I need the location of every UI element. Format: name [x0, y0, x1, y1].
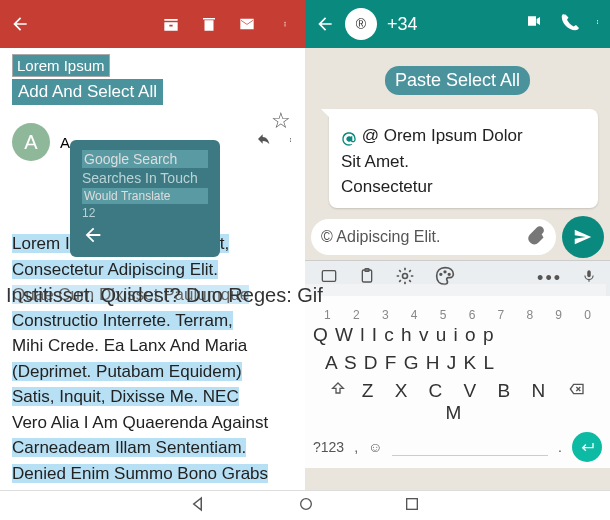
- at-icon: [341, 129, 357, 145]
- svg-point-4: [290, 139, 291, 140]
- phone-icon[interactable]: [561, 13, 579, 35]
- message-bubble: @ Orem Ipsum Dolor Sit Amet. Consectetur: [329, 109, 598, 208]
- svg-point-8: [597, 23, 598, 24]
- star-icon[interactable]: ☆: [271, 108, 291, 134]
- mail-icon[interactable]: [237, 14, 257, 34]
- more-icon[interactable]: [275, 14, 295, 34]
- send-button[interactable]: [562, 216, 604, 258]
- popup-line[interactable]: Searches In Touch: [82, 170, 208, 186]
- svg-point-12: [403, 273, 408, 278]
- enter-key[interactable]: [572, 432, 602, 462]
- trash-icon[interactable]: [199, 14, 219, 34]
- keyboard[interactable]: 1234567890 Q W l I c h v u i o p A S D F…: [305, 296, 610, 468]
- tooltip-add-select[interactable]: Add And Select All: [12, 79, 163, 105]
- paste-tooltip[interactable]: Paste Select All: [385, 66, 530, 95]
- whatsapp-panel: ® +34 Paste Select All @ Orem Ipsum Dolo…: [305, 0, 610, 490]
- svg-point-17: [301, 498, 312, 509]
- svg-point-0: [284, 22, 285, 23]
- message-input[interactable]: © Adipiscing Elit.: [311, 219, 556, 255]
- avatar[interactable]: A: [12, 123, 50, 161]
- svg-rect-18: [407, 498, 418, 509]
- emoji-key[interactable]: ☺: [368, 439, 382, 455]
- overlay-text: Institisset. Quidest? Duo Reges: Gif: [6, 284, 606, 307]
- attach-icon[interactable]: [526, 225, 546, 249]
- svg-point-3: [290, 138, 291, 139]
- email-body: Lorem Ipsum Dolor Sit Amet, Consectetur …: [12, 231, 293, 490]
- svg-rect-9: [322, 270, 335, 281]
- more-icon[interactable]: [595, 13, 600, 35]
- back-icon[interactable]: [10, 14, 30, 34]
- svg-point-14: [444, 271, 446, 273]
- svg-point-15: [448, 273, 450, 275]
- nav-recent-icon[interactable]: [404, 496, 420, 516]
- keyboard-row: A S D F G H J K L: [313, 352, 602, 374]
- keyboard-row: Q W l I c h v u i o p: [313, 324, 602, 346]
- symbols-key[interactable]: ?123: [313, 439, 344, 455]
- archive-icon[interactable]: [161, 14, 181, 34]
- keyboard-row: Z X C V B N M: [313, 380, 602, 424]
- back-icon[interactable]: [315, 14, 335, 34]
- reply-icon[interactable]: [254, 131, 274, 153]
- selection-popup: Google Search Searches In Touch Would Tr…: [70, 140, 220, 257]
- contact-avatar[interactable]: ®: [345, 8, 377, 40]
- more-icon[interactable]: [288, 131, 293, 153]
- gmail-panel: Lorem Ipsum Add And Select All ☆ Google …: [0, 0, 305, 490]
- svg-point-2: [284, 25, 285, 26]
- backspace-key[interactable]: [560, 380, 594, 424]
- popup-line[interactable]: Would Translate: [82, 188, 208, 204]
- contact-number[interactable]: +34: [387, 14, 513, 35]
- popup-back-icon[interactable]: [82, 224, 208, 249]
- android-navbar: [0, 490, 610, 520]
- svg-point-6: [597, 20, 598, 21]
- shift-key[interactable]: [321, 380, 355, 424]
- gmail-header: [0, 0, 305, 48]
- nav-back-icon[interactable]: [190, 495, 208, 517]
- nav-home-icon[interactable]: [298, 496, 314, 516]
- svg-point-7: [597, 21, 598, 22]
- tooltip-lorem: Lorem Ipsum: [12, 54, 110, 77]
- popup-line[interactable]: Google Search: [82, 150, 208, 168]
- svg-point-5: [290, 141, 291, 142]
- whatsapp-header: ® +34: [305, 0, 610, 48]
- svg-point-1: [284, 23, 285, 24]
- svg-rect-16: [587, 270, 591, 277]
- video-icon[interactable]: [523, 13, 545, 35]
- popup-num: 12: [82, 206, 208, 220]
- svg-point-13: [440, 273, 442, 275]
